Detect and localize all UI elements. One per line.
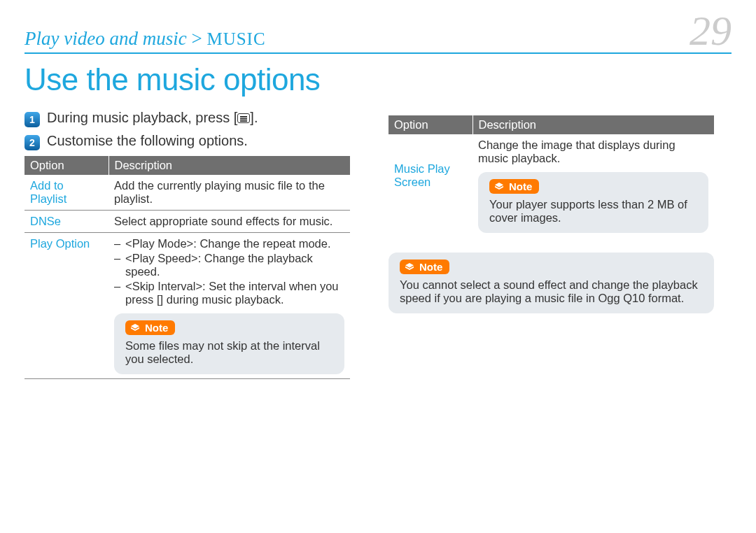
breadcrumb: Play video and music > MUSIC — [24, 28, 266, 50]
step-text: During music playback, press []. — [47, 110, 258, 126]
desc-dnse: Select appropriate sound effects for mus… — [108, 211, 350, 233]
step-1-post: ]. — [250, 110, 258, 125]
note-text: You cannot select a sound effect and cha… — [400, 278, 703, 305]
table-header-row: Option Description — [388, 115, 714, 134]
manual-page: Play video and music > MUSIC 29 Use the … — [0, 0, 756, 533]
th-option: Option — [24, 156, 108, 175]
right-column: Option Description Music Play Screen Cha… — [388, 110, 714, 379]
step-2: 2 Customise the following options. — [24, 133, 350, 150]
note-icon — [493, 181, 505, 192]
opt-add-to-playlist: Add to Playlist — [24, 175, 108, 211]
breadcrumb-page: MUSIC — [206, 29, 265, 48]
desc-music-play-screen: Change the image that displays during mu… — [472, 134, 714, 237]
th-description: Description — [472, 115, 714, 134]
content-columns: 1 During music playback, press []. 2 Cus… — [24, 110, 732, 379]
step-badge: 2 — [24, 135, 40, 150]
page-title: Use the music options — [24, 62, 732, 97]
opt-dnse: DNSe — [24, 211, 108, 233]
note-label: Note — [419, 261, 442, 273]
options-table-right: Option Description Music Play Screen Cha… — [388, 115, 714, 237]
options-table-left: Option Description Add to Playlist Add t… — [24, 156, 350, 379]
step-1: 1 During music playback, press []. — [24, 110, 350, 127]
music-play-desc: Change the image that displays during mu… — [478, 138, 708, 165]
step-text: Customise the following options. — [47, 133, 248, 149]
skip-post: ] during music playback. — [160, 293, 284, 306]
page-number: 29 — [690, 14, 732, 48]
list-item: <Play Mode>: Change the repeat mode. — [114, 237, 344, 250]
table-row: DNSe Select appropriate sound effects fo… — [24, 211, 350, 233]
step-badge: 1 — [24, 112, 40, 127]
opt-music-play-screen: Music Play Screen — [388, 134, 472, 237]
menu-icon — [237, 113, 250, 123]
desc-add-to-playlist: Add the currently playing music file to … — [108, 175, 350, 211]
footer-note-box: Note You cannot select a sound effect an… — [388, 253, 714, 313]
note-box: Note Your player supports less than 2 MB… — [478, 172, 708, 233]
table-row: Add to Playlist Add the currently playin… — [24, 175, 350, 211]
table-header-row: Option Description — [24, 156, 350, 175]
note-text: Your player supports less than 2 MB of c… — [489, 198, 697, 225]
play-option-list: <Play Mode>: Change the repeat mode. <Pl… — [114, 237, 344, 306]
breadcrumb-sep: > — [191, 28, 202, 49]
note-text: Some files may not skip at the interval … — [125, 339, 333, 366]
note-badge: Note — [400, 260, 449, 274]
note-icon — [130, 322, 141, 334]
header-row: Play video and music > MUSIC 29 — [24, 14, 732, 54]
note-icon — [404, 262, 415, 273]
note-badge: Note — [125, 320, 175, 335]
step-1-pre: During music playback, press [ — [47, 110, 237, 125]
left-column: 1 During music playback, press []. 2 Cus… — [24, 110, 350, 379]
list-item: <Skip Interval>: Set the interval when y… — [114, 280, 344, 306]
th-option: Option — [388, 115, 472, 134]
note-box: Note Some files may not skip at the inte… — [114, 313, 344, 374]
table-row: Music Play Screen Change the image that … — [388, 134, 714, 237]
note-label: Note — [509, 180, 532, 192]
note-badge: Note — [489, 179, 539, 194]
th-description: Description — [108, 156, 350, 175]
breadcrumb-section: Play video and music — [24, 28, 187, 49]
list-item: <Play Speed>: Change the playback speed. — [114, 252, 344, 278]
desc-play-option: <Play Mode>: Change the repeat mode. <Pl… — [108, 233, 350, 379]
note-label: Note — [145, 322, 168, 334]
table-row: Play Option <Play Mode>: Change the repe… — [24, 233, 350, 379]
opt-play-option: Play Option — [24, 233, 108, 379]
